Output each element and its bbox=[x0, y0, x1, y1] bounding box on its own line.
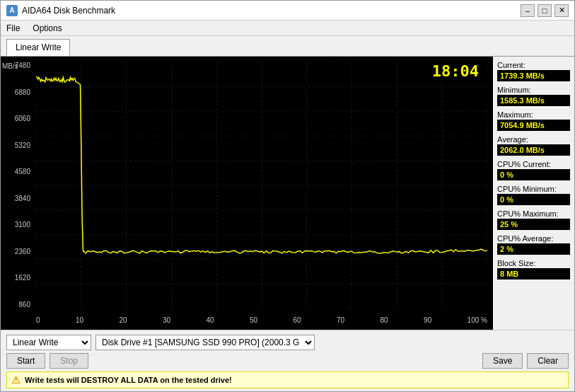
maximum-label: Maximum: bbox=[497, 110, 570, 119]
x-label-2: 20 bbox=[119, 316, 127, 324]
controls-row: Linear Write Linear Read Random Write Ra… bbox=[6, 335, 569, 350]
test-type-select[interactable]: Linear Write Linear Read Random Write Ra… bbox=[6, 335, 91, 350]
stat-average: Average: 2062.0 MB/s bbox=[497, 135, 570, 156]
minimum-label: Minimum: bbox=[497, 86, 570, 94]
menu-options[interactable]: Options bbox=[30, 22, 64, 35]
y-label-1: 6880 bbox=[15, 89, 30, 96]
start-button[interactable]: Start bbox=[6, 353, 45, 369]
bottom-area: Linear Write Linear Read Random Write Ra… bbox=[1, 330, 574, 391]
title-bar: A AIDA64 Disk Benchmark – □ ✕ bbox=[1, 1, 574, 21]
stat-current: Current: 1739.3 MB/s bbox=[497, 61, 570, 81]
title-controls: – □ ✕ bbox=[521, 4, 569, 17]
clear-button[interactable]: Clear bbox=[527, 353, 569, 369]
minimum-value: 1585.3 MB/s bbox=[497, 95, 570, 106]
close-button[interactable]: ✕ bbox=[554, 4, 569, 17]
current-label: Current: bbox=[497, 61, 570, 69]
drive-select[interactable]: Disk Drive #1 [SAMSUNG SSD 990 PRO] (200… bbox=[95, 335, 315, 350]
maximize-button[interactable]: □ bbox=[538, 4, 552, 17]
average-value: 2062.0 MB/s bbox=[497, 144, 570, 156]
y-label-9: 860 bbox=[18, 301, 30, 309]
menu-file[interactable]: File bbox=[4, 22, 23, 35]
main-content: MB/s 7480 6880 6060 5320 4580 3840 3100 … bbox=[1, 57, 574, 330]
average-label: Average: bbox=[497, 135, 570, 144]
tab-linear-write[interactable]: Linear Write bbox=[6, 39, 70, 56]
current-value: 1739.3 MB/s bbox=[497, 70, 570, 81]
y-label-7: 2360 bbox=[15, 248, 30, 255]
x-label-8: 80 bbox=[381, 316, 388, 324]
x-label-4: 40 bbox=[207, 316, 214, 324]
stat-cpu-maximum: CPU% Maximum: 25 % bbox=[497, 209, 570, 230]
stop-button[interactable]: Stop bbox=[50, 353, 88, 369]
menu-bar: File Options bbox=[1, 21, 574, 36]
block-size-label: Block Size: bbox=[497, 259, 570, 267]
stat-block-size: Block Size: 8 MB bbox=[497, 259, 570, 279]
chart-canvas bbox=[36, 62, 487, 309]
stat-cpu-minimum: CPU% Minimum: 0 % bbox=[497, 185, 570, 205]
x-label-7: 70 bbox=[337, 316, 344, 324]
app-icon: A bbox=[6, 5, 18, 16]
cpu-maximum-label: CPU% Maximum: bbox=[497, 209, 570, 218]
actions-row: Start Stop Save Clear bbox=[6, 353, 569, 369]
y-label-0: 7480 bbox=[15, 62, 30, 69]
cpu-average-label: CPU% Average: bbox=[497, 234, 570, 243]
maximum-value: 7054.9 MB/s bbox=[497, 120, 570, 131]
chart-timer: 18:04 bbox=[432, 62, 479, 80]
warning-text: Write tests will DESTROY ALL DATA on the… bbox=[25, 376, 232, 384]
cpu-minimum-value: 0 % bbox=[497, 194, 570, 205]
cpu-current-label: CPU% Current: bbox=[497, 160, 570, 168]
x-label-1: 10 bbox=[76, 316, 83, 324]
x-label-3: 30 bbox=[163, 316, 170, 324]
cpu-minimum-label: CPU% Minimum: bbox=[497, 185, 570, 193]
x-label-9: 90 bbox=[424, 316, 431, 324]
cpu-current-value: 0 % bbox=[497, 169, 570, 180]
y-label-5: 3840 bbox=[15, 195, 30, 202]
x-label-10: 100 % bbox=[467, 316, 487, 324]
warning-row: ⚠ Write tests will DESTROY ALL DATA on t… bbox=[6, 371, 569, 388]
y-label-8: 1620 bbox=[15, 275, 30, 282]
x-label-0: 0 bbox=[36, 316, 40, 324]
stats-panel: Current: 1739.3 MB/s Minimum: 1585.3 MB/… bbox=[493, 57, 574, 330]
x-label-6: 60 bbox=[294, 316, 301, 324]
cpu-average-value: 2 % bbox=[497, 243, 570, 255]
main-window: A AIDA64 Disk Benchmark – □ ✕ File Optio… bbox=[0, 0, 575, 392]
y-label-3: 5320 bbox=[15, 142, 30, 149]
x-label-5: 50 bbox=[250, 316, 257, 324]
save-button[interactable]: Save bbox=[482, 353, 523, 369]
stat-cpu-average: CPU% Average: 2 % bbox=[497, 234, 570, 255]
tabs-bar: Linear Write bbox=[1, 36, 574, 57]
stat-cpu-current: CPU% Current: 0 % bbox=[497, 160, 570, 180]
block-size-value: 8 MB bbox=[497, 268, 570, 279]
y-label-6: 3100 bbox=[15, 221, 30, 229]
chart-area: MB/s 7480 6880 6060 5320 4580 3840 3100 … bbox=[1, 57, 493, 330]
y-label-2: 6060 bbox=[15, 115, 30, 122]
y-label-4: 4580 bbox=[15, 168, 30, 175]
title-bar-left: A AIDA64 Disk Benchmark bbox=[6, 5, 115, 16]
window-title: AIDA64 Disk Benchmark bbox=[22, 6, 115, 16]
warning-icon: ⚠ bbox=[11, 374, 21, 386]
stat-minimum: Minimum: 1585.3 MB/s bbox=[497, 86, 570, 106]
cpu-maximum-value: 25 % bbox=[497, 219, 570, 230]
y-axis-labels: 7480 6880 6060 5320 4580 3840 3100 2360 … bbox=[1, 62, 33, 309]
stat-maximum: Maximum: 7054.9 MB/s bbox=[497, 110, 570, 131]
x-axis-labels: 0 10 20 30 40 50 60 70 80 90 100 % bbox=[36, 316, 487, 324]
minimize-button[interactable]: – bbox=[521, 4, 535, 17]
